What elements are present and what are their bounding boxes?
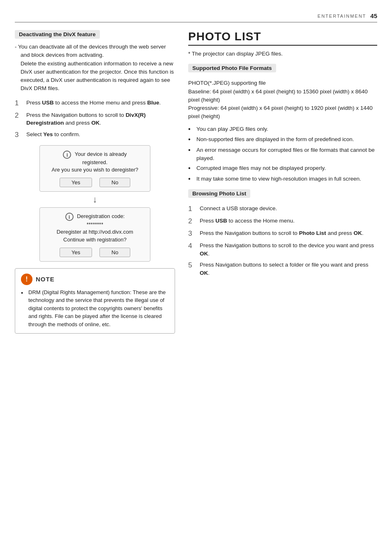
supported-bullet-list: • You can play JPEG files only. • Non-su…	[188, 125, 377, 183]
step-3: 3 Select Yes to confirm.	[15, 130, 175, 139]
deactivating-steps: 1 Press USB to access the Home menu and …	[15, 99, 175, 139]
note-exclamation-icon: !	[21, 274, 32, 285]
deactivating-body-text: - You can deactivate all of the devices …	[15, 43, 175, 93]
dialog-box-2: i Deregistration code: ******** Deregist…	[39, 207, 150, 262]
dialog2-line2: ********	[87, 221, 103, 227]
dialog2-line3: Deregister at http://vod.divx.com	[57, 229, 133, 235]
dialog-area: i Your device is already registered. Are…	[15, 145, 175, 262]
dialog1-no-button[interactable]: No	[99, 178, 130, 187]
page-header: ENTERTAINMENT 45	[15, 12, 377, 23]
dialog2-icon: i	[65, 213, 74, 221]
dialog1-buttons: Yes No	[46, 178, 143, 187]
dialog1-line2: registered.	[82, 159, 107, 165]
note-header: ! NOTE	[21, 274, 169, 285]
supported-bullet-5: • It may take some time to view high-res…	[188, 175, 377, 183]
dialog1-line3: Are you sure you wish to deregister?	[52, 167, 138, 173]
supported-bullet-4: • Corrupted image files may not be displ…	[188, 164, 377, 173]
note-bullet: • DRM (Digital Rights Management) functi…	[21, 288, 169, 329]
supported-body: PHOTO(*.JPEG) supporting file Baseline: …	[188, 79, 377, 121]
dialog1-title: i Your device is already registered. Are…	[46, 151, 143, 174]
browse-step-3: 3 Press the Navigation buttons to scroll…	[188, 229, 377, 238]
dialog2-no-button[interactable]: No	[99, 248, 130, 257]
browse-step-4: 4 Press the Navigation buttons to scroll…	[188, 241, 377, 258]
supported-bullet-1: • You can play JPEG files only.	[188, 125, 377, 134]
supported-heading: Supported Photo File Formats	[188, 64, 276, 72]
step-1: 1 Press USB to access the Home menu and …	[15, 99, 175, 108]
photo-list-title: PHOTO LIST	[188, 30, 377, 46]
left-column: Deactivating the DivX feature - You can …	[15, 30, 175, 334]
note-label: NOTE	[36, 275, 55, 284]
browse-step-1: 1 Connect a USB storage device.	[188, 204, 377, 214]
step-2: 2 Press the Navigation buttons to scroll…	[15, 111, 175, 127]
dialog2-line4: Continue with registration?	[63, 237, 127, 243]
note-bullet-text: DRM (Digital Rights Management) function…	[28, 288, 169, 329]
page-number: 45	[370, 12, 377, 19]
supported-bullet-3: • An error message occurs for corrupted …	[188, 146, 377, 162]
supported-bullet-2: • Non-supported files are displayed in t…	[188, 135, 377, 144]
columns: Deactivating the DivX feature - You can …	[15, 30, 377, 334]
browse-step-2: 2 Press USB to access the Home menu.	[188, 217, 377, 226]
section-label: ENTERTAINMENT	[318, 14, 367, 19]
browsing-heading: Browsing Photo List	[188, 189, 250, 198]
right-column: PHOTO LIST * The projector can display J…	[188, 30, 377, 334]
browsing-steps: 1 Connect a USB storage device. 2 Press …	[188, 204, 377, 277]
dialog2-line1: Deregistration code:	[77, 214, 125, 220]
dialog1-yes-button[interactable]: Yes	[60, 178, 92, 187]
dialog2-title: i Deregistration code: ******** Deregist…	[46, 213, 143, 244]
browse-step-5: 5 Press Navigation buttons to select a f…	[188, 261, 377, 277]
dialog2-yes-button[interactable]: Yes	[60, 248, 92, 257]
note-bullet-symbol: •	[21, 288, 27, 297]
dialog1-icon: i	[63, 151, 71, 159]
note-section: ! NOTE • DRM (Digital Rights Management)…	[15, 268, 175, 334]
dialog1-line1: Your device is already	[75, 151, 127, 157]
arrow-down: ↓	[93, 194, 97, 205]
deactivating-heading: Deactivating the DivX feature	[15, 30, 100, 39]
dialog2-buttons: Yes No	[46, 248, 143, 257]
asterisk-line: * The projector can display JPEG files.	[188, 50, 377, 58]
deactivating-body: - You can deactivate all of the devices …	[15, 43, 175, 93]
dialog-box-1: i Your device is already registered. Are…	[39, 145, 150, 192]
page: ENTERTAINMENT 45 Deactivating the DivX f…	[0, 0, 392, 557]
